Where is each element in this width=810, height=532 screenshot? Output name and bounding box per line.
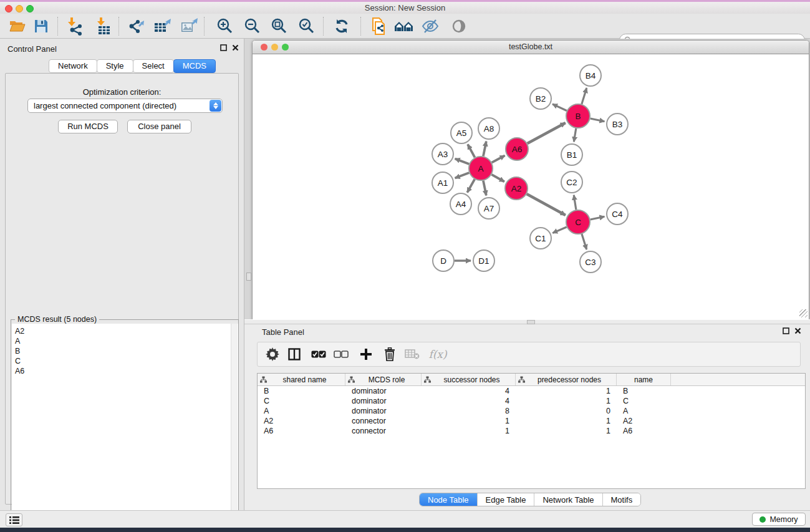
graph-node-B1[interactable]: B1 [561,144,582,165]
list-item[interactable]: A [15,336,238,346]
graph-edge-C-C2[interactable] [574,195,576,210]
export-table-icon[interactable] [152,16,173,36]
column-header[interactable]: successor nodes [422,374,516,385]
list-item[interactable]: A2 [15,326,238,336]
graph-edge-A-A4[interactable] [467,179,475,192]
function-builder-icon[interactable]: f(x) [425,344,451,364]
table-row[interactable]: A2 connector 1 1 A2 [258,416,805,426]
graph-node-A6[interactable]: A6 [506,138,528,160]
save-session-icon[interactable] [31,16,52,36]
splitter-handle[interactable] [246,273,251,281]
column-header[interactable]: MCDS role [345,374,422,385]
open-file-icon[interactable] [7,16,28,36]
graph-node-A8[interactable]: A8 [478,118,499,139]
graph-edge-A2-C[interactable] [527,194,566,215]
list-item[interactable]: A6 [15,366,238,376]
graph-node-C[interactable]: C [566,210,590,234]
close-panel-button[interactable]: Close panel [127,120,191,133]
import-network-icon[interactable] [65,16,86,36]
network-graph[interactable]: A5A8A3AA1A4A7A6A2B2B4BB3B1C2CC4C1C3DD1 [253,55,809,319]
table-row[interactable]: C dominator 4 1 C [258,396,805,406]
network-canvas[interactable]: A5A8A3AA1A4A7A6A2B2B4BB3B1C2CC4C1C3DD1 [253,55,809,319]
graph-edge-A-A8[interactable] [483,142,486,157]
graph-node-C1[interactable]: C1 [530,228,551,249]
mcds-result-list[interactable]: A2 A B C A6 [12,324,238,532]
horizontal-splitter[interactable] [244,319,810,324]
close-panel-icon[interactable] [231,44,239,52]
list-item[interactable]: C [15,356,238,366]
zoom-out-icon[interactable] [242,16,263,36]
float-panel-icon[interactable] [219,44,228,52]
zoom-fit-icon[interactable] [269,16,290,36]
delete-icon[interactable] [380,344,400,364]
network-view-window[interactable]: testGlobe.txt A5A8A3AA1A4A7A6A2B2B4BB3B1… [252,40,809,319]
zoom-in-icon[interactable] [215,16,236,36]
export-image-icon[interactable] [179,16,200,36]
column-header[interactable]: shared name [258,374,345,385]
close-panel-icon[interactable] [794,327,802,336]
graph-edge-A-A2[interactable] [491,175,504,181]
hide-selected-icon[interactable] [420,16,441,36]
graph-edge-C-C3[interactable] [582,234,587,249]
select-all-icon[interactable] [309,344,329,364]
column-header[interactable]: predecessor nodes [516,374,617,385]
task-history-button[interactable] [6,513,22,526]
graph-edge-A6-B[interactable] [528,123,566,143]
column-header[interactable]: name [617,374,671,385]
tab-node-table[interactable]: Node Table [420,493,478,506]
graph-edge-A-A1[interactable] [455,173,470,178]
graph-node-D1[interactable]: D1 [473,250,494,271]
columns-icon[interactable] [284,344,304,364]
network-window-titlebar[interactable]: testGlobe.txt [253,41,809,54]
float-panel-icon[interactable] [782,327,790,336]
tab-motifs[interactable]: Motifs [603,493,641,506]
graph-node-A7[interactable]: A7 [478,198,499,219]
graph-node-B4[interactable]: B4 [580,65,601,86]
graph-node-C4[interactable]: C4 [607,203,628,225]
graph-edge-C-C4[interactable] [591,216,605,220]
splitter-handle[interactable] [527,320,535,324]
first-neighbors-icon[interactable] [393,16,415,36]
graph-node-C3[interactable]: C3 [580,251,601,273]
tab-style[interactable]: Style [97,59,133,73]
delete-table-icon[interactable] [402,344,422,364]
graph-edge-B-B3[interactable] [591,118,605,122]
graph-edge-B-B2[interactable] [552,104,567,111]
memory-button[interactable]: Memory [752,513,806,526]
graph-edge-A-A3[interactable] [455,158,470,164]
graph-node-B[interactable]: B [566,104,590,128]
graph-node-D[interactable]: D [433,250,454,271]
tab-network[interactable]: Network [49,59,97,73]
graph-node-B3[interactable]: B3 [607,114,628,135]
tab-select[interactable]: Select [133,59,174,73]
tab-mcds[interactable]: MCDS [173,59,216,73]
resize-grip[interactable] [799,309,808,317]
graph-edge-B-B1[interactable] [574,128,576,142]
graph-edge-B-B4[interactable] [582,88,587,104]
graph-node-B2[interactable]: B2 [530,88,551,109]
tab-network-table[interactable]: Network Table [534,493,602,506]
graph-node-C2[interactable]: C2 [561,172,582,193]
zoom-selected-icon[interactable] [296,16,317,36]
scrollbar[interactable] [231,324,238,532]
add-column-icon[interactable] [356,344,376,364]
graph-edge-A-A5[interactable] [468,144,475,157]
table-row[interactable]: A dominator 8 0 A [258,406,805,416]
graph-node-A4[interactable]: A4 [450,193,471,215]
graph-edge-C-C1[interactable] [552,227,566,233]
show-all-icon[interactable] [448,16,470,36]
export-network-icon[interactable] [126,16,147,36]
graph-node-A[interactable]: A [469,157,493,180]
graph-node-A1[interactable]: A1 [432,172,453,193]
gear-icon[interactable] [263,344,282,364]
graph-node-A3[interactable]: A3 [432,143,453,165]
deselect-all-icon[interactable] [331,344,351,364]
criterion-dropdown[interactable]: largest connected component (directed) [27,99,223,113]
graph-node-A5[interactable]: A5 [451,122,472,143]
refresh-icon[interactable] [331,16,352,36]
table-row[interactable]: A6 connector 1 1 A6 [258,426,805,436]
table-row[interactable]: B dominator 4 1 B [258,386,805,396]
run-mcds-button[interactable]: Run MCDS [58,120,118,133]
graph-edge-A-A6[interactable] [492,155,505,162]
graph-edge-A-A7[interactable] [483,181,486,196]
